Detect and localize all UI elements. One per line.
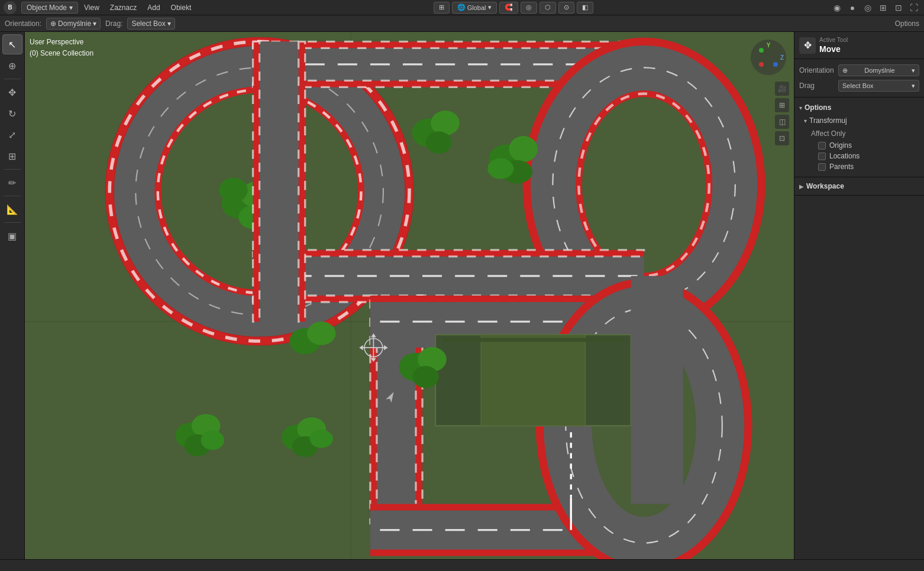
gizmo-buttons: 🎥 ⊞ ◫ ⊡ (775, 82, 789, 145)
gizmo-x-dot (759, 62, 764, 67)
bottom-bar (0, 559, 924, 571)
drag-chevron: ▾ (167, 20, 171, 28)
svg-rect-34 (253, 41, 305, 322)
mode-dropdown[interactable]: Object Mode ▾ (21, 2, 78, 14)
select-tool-icon[interactable]: ↖ (2, 34, 22, 54)
gizmo-y-dot (759, 48, 764, 53)
fullscreen-btn[interactable]: ⛶ (907, 1, 920, 14)
orientation-panel-dropdown[interactable]: ⊕ Domyślnie ▾ (838, 64, 919, 76)
gizmo-y-axis: Y (767, 42, 771, 48)
menu-obiekt[interactable]: Obiekt (166, 2, 196, 14)
svg-rect-55 (481, 335, 585, 426)
drag-row: Drag Select Box ▾ (799, 78, 919, 93)
svg-rect-60 (631, 276, 683, 504)
parents-checkbox[interactable] (818, 163, 826, 171)
svg-point-65 (509, 136, 538, 162)
orientation-label: Orientation: (5, 20, 41, 28)
affect-only-label-text: Affect Only (811, 129, 915, 138)
drag-row-label: Drag (799, 82, 835, 90)
svg-point-67 (487, 158, 513, 179)
transform-tool-icon[interactable]: ⊞ (2, 146, 22, 166)
header-bar: Orientation: ⊕ Domyślnie ▾ Drag: Select … (0, 15, 924, 32)
gizmo-z-axis: Z (780, 54, 784, 61)
affect-only-container: Affect Only Origins Locations Parents (799, 127, 919, 173)
orientation-row-label: Orientation (799, 66, 835, 74)
svg-point-71 (201, 430, 224, 450)
camera-persp-btn[interactable]: 🎥 (775, 82, 789, 96)
annotate-tool-icon[interactable]: ✏ (2, 173, 22, 193)
orient-icon: ⊕ (842, 67, 848, 74)
origins-row: Origins (811, 140, 915, 151)
viewport-shading-material[interactable]: ● (846, 1, 859, 14)
options-button[interactable]: Options (895, 20, 919, 28)
options-collapse-arrow: ▾ (799, 105, 802, 111)
svg-point-62 (431, 111, 459, 135)
global-chevron: ▾ (488, 4, 492, 11)
main-area: ↖ ⊕ ✥ ↻ ⤢ ⊞ ✏ 📐 ▣ (0, 32, 924, 559)
menu-zaznacz[interactable]: Zaznacz (105, 2, 141, 14)
snap-icon-btn[interactable]: ⊞ (434, 2, 450, 14)
mode-chevron: ▾ (69, 4, 73, 12)
active-tool-label: Active Tool (819, 37, 848, 43)
locations-checkbox[interactable] (818, 153, 826, 160)
xray-btn[interactable]: ◧ (577, 2, 593, 14)
global-dropdown[interactable]: 🌐 Global ▾ (452, 2, 497, 14)
viewport[interactable]: User Perspective (0) Scene Collection Y … (25, 32, 794, 559)
left-toolbar: ↖ ⊕ ✥ ↻ ⤢ ⊞ ✏ 📐 ▣ (0, 32, 25, 559)
overlay-btn[interactable]: ⊙ (558, 2, 574, 14)
pivot-btn[interactable]: ⬡ (539, 2, 556, 14)
rotate-tool-icon[interactable]: ↻ (2, 103, 22, 124)
parents-row: Parents (811, 161, 915, 172)
svg-point-63 (426, 131, 452, 153)
tool-separator-1 (4, 79, 21, 79)
menu-add[interactable]: Add (143, 2, 164, 14)
workspace-collapse: ▶ (799, 183, 804, 190)
orientation-icon: ⊕ (50, 20, 56, 28)
screen-layout-btn[interactable]: ⊡ (892, 1, 905, 14)
app-logo: B (4, 1, 17, 14)
render-region-btn[interactable]: ⊡ (775, 131, 789, 145)
active-tool-name: Move (819, 44, 848, 54)
locations-label: Locations (829, 152, 860, 160)
transformuj-collapse: ▾ (804, 118, 807, 124)
gizmo-circle: Y Z (751, 40, 786, 75)
cursor-tool-icon[interactable]: ⊕ (2, 56, 22, 76)
proportional-btn[interactable]: ◎ (521, 2, 537, 14)
orientation-section: Orientation ⊕ Domyślnie ▾ Drag Select Bo… (794, 59, 924, 98)
orthographic-btn[interactable]: ⊞ (775, 98, 789, 112)
local-view-btn[interactable]: ◫ (775, 115, 789, 129)
drag-chevron-2: ▾ (912, 82, 915, 90)
workspace-section-header[interactable]: ▶ Workspace (794, 177, 924, 196)
transformuj-header[interactable]: ▾ Transformuj (799, 114, 919, 127)
tool-separator-3 (4, 196, 21, 196)
mode-label: Object Mode (27, 4, 67, 12)
editor-type-btn[interactable]: ⊞ (877, 1, 890, 14)
active-tool-section: ✥ Active Tool Move (794, 32, 924, 59)
measure-tool-icon[interactable]: 📐 (2, 199, 22, 219)
snap-magnet-btn[interactable]: 🧲 (499, 2, 518, 14)
viewport-shading-rendered[interactable]: ◎ (861, 1, 874, 14)
right-panel: ✥ Active Tool Move Orientation ⊕ Domyśln… (794, 32, 924, 559)
locations-row: Locations (811, 151, 915, 161)
workspace-title: Workspace (806, 182, 844, 190)
svg-point-80 (413, 366, 439, 388)
drag-dropdown[interactable]: Select Box ▾ (127, 18, 175, 30)
move-tool-icon[interactable]: ✥ (2, 82, 22, 102)
svg-point-75 (309, 430, 333, 448)
drag-label: Drag: (105, 20, 122, 28)
origins-label: Origins (829, 141, 852, 150)
tool-separator-2 (4, 169, 21, 170)
svg-point-77 (307, 322, 335, 345)
viewport-gizmos: Y Z 🎥 ⊞ ◫ ⊡ (748, 37, 789, 145)
menu-view[interactable]: View (79, 2, 104, 14)
orientation-dropdown[interactable]: ⊕ Domyślnie ▾ (46, 18, 101, 30)
add-object-icon[interactable]: ▣ (2, 226, 22, 246)
options-section-header[interactable]: ▾ Options (799, 101, 919, 114)
origins-checkbox[interactable] (818, 142, 826, 150)
navigation-gizmo[interactable]: Y Z (748, 37, 789, 78)
viewport-shading-solid[interactable]: ◉ (831, 1, 844, 14)
drag-panel-dropdown[interactable]: Select Box ▾ (838, 80, 919, 92)
options-section: ▾ Options ▾ Transformuj Affect Only Orig… (794, 98, 924, 177)
options-section-title: Options (805, 103, 831, 112)
scale-tool-icon[interactable]: ⤢ (2, 125, 22, 145)
